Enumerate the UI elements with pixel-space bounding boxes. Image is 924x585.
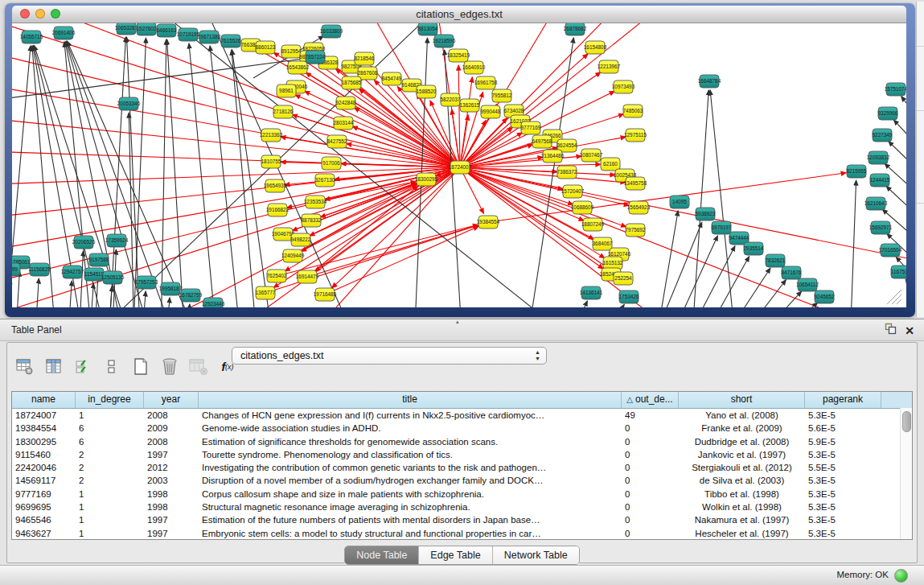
graph-node-8912954[interactable]: 8912954 — [281, 45, 302, 58]
black-edge[interactable] — [567, 301, 587, 307]
black-edge[interactable] — [89, 283, 93, 307]
graph-node-18300295[interactable]: 18300295 — [415, 173, 438, 186]
tab-edge-table[interactable]: Edge Table — [419, 546, 492, 564]
black-edge[interactable] — [67, 41, 177, 307]
graph-node-11156829[interactable]: 11156829 — [28, 263, 51, 276]
graph-node-1362615[interactable]: 1362615 — [460, 99, 480, 112]
graph-node-15654923[interactable]: 15654923 — [627, 201, 651, 214]
graph-node-16914479[interactable]: 16914479 — [296, 270, 319, 283]
graph-node-8471676[interactable]: 8471676 — [782, 266, 802, 279]
graph-node-12353534[interactable]: 12353534 — [304, 196, 327, 208]
graph-node-1527602[interactable]: 1527602 — [137, 23, 157, 35]
graph-node-7485063[interactable]: 7485063 — [623, 105, 643, 117]
black-edge[interactable] — [35, 278, 39, 307]
graph-node-917006[interactable]: 917006 — [322, 157, 341, 170]
merge-rows-icon[interactable] — [102, 357, 121, 377]
graph-node-16961758[interactable]: 16961758 — [474, 76, 498, 89]
resize-grip-icon[interactable] — [897, 299, 901, 304]
graph-node-12505135[interactable]: 12505135 — [101, 271, 125, 284]
graph-node-10807467[interactable]: 10807467 — [580, 149, 603, 162]
black-edge[interactable] — [127, 37, 141, 307]
graph-node-9990448[interactable]: 9990448 — [481, 105, 501, 118]
graph-node-14095[interactable]: 14095 — [670, 196, 689, 208]
column-header-year[interactable]: year — [144, 392, 199, 408]
black-edge[interactable] — [108, 286, 112, 307]
black-edge[interactable] — [68, 281, 72, 307]
table-row[interactable]: 1938455462009Genome-wide association stu… — [12, 422, 912, 435]
graph-node-7857224[interactable]: 7857224 — [306, 51, 326, 64]
black-edge[interactable] — [768, 303, 818, 307]
minimize-window-icon[interactable] — [35, 9, 45, 19]
graph-node-1244415[interactable]: 1244415 — [870, 174, 890, 187]
new-table-icon[interactable] — [131, 357, 150, 377]
graph-node-9242848[interactable]: 9242848 — [336, 97, 356, 109]
graph-node-12975115[interactable]: 12975115 — [624, 129, 647, 142]
graph-node-8860123[interactable]: 8860123 — [256, 41, 276, 54]
graph-node-3267130[interactable]: 3267130 — [315, 174, 335, 187]
graph-node-18807249[interactable]: 18807249 — [581, 218, 605, 231]
close-window-icon[interactable] — [20, 9, 30, 19]
graph-node-1875685[interactable]: 1875685 — [342, 76, 362, 89]
graph-node-15751074[interactable]: 15751074 — [885, 83, 906, 96]
graph-node-1753426[interactable]: 1753426 — [619, 290, 639, 303]
red-edge[interactable] — [295, 95, 460, 167]
graph-node-7832621[interactable]: 7832621 — [766, 254, 786, 267]
graph-node-8215955[interactable]: 8215955 — [847, 165, 867, 178]
graph-node-62160[interactable]: 62160 — [601, 158, 620, 171]
graph-node-12942757[interactable]: 12942757 — [61, 266, 84, 278]
graph-node-8218546[interactable]: 8218546 — [355, 52, 375, 65]
table-row[interactable]: 911546021997Tourette syndrome. Phenomeno… — [12, 448, 912, 461]
row-select-icon[interactable] — [73, 357, 92, 377]
black-edge[interactable] — [906, 279, 906, 307]
graph-node-20206526[interactable]: 20206526 — [72, 236, 96, 249]
graph-node-12093832[interactable]: 12093832 — [867, 151, 890, 164]
column-header-short[interactable]: short — [679, 392, 805, 408]
black-edge[interactable] — [667, 236, 717, 307]
graph-node-98961[interactable]: 98961 — [277, 84, 296, 97]
graph-node-21364486[interactable]: 21364486 — [541, 150, 565, 163]
network-window-titlebar[interactable]: citations_edges.txt — [12, 6, 906, 23]
graph-node-10654112[interactable]: 10654112 — [796, 278, 819, 291]
black-edge[interactable] — [186, 304, 190, 307]
table-row[interactable]: 1872400712008Changes of HCN gene express… — [12, 409, 912, 422]
graph-node-16782759[interactable]: 16782759 — [179, 289, 203, 302]
graph-node-16640910[interactable]: 16640910 — [462, 61, 486, 74]
graph-node-18724007[interactable]: 18724007 — [449, 161, 472, 174]
black-edge[interactable] — [445, 50, 462, 307]
graph-node-19166822[interactable]: 19166822 — [266, 204, 290, 216]
black-edge[interactable] — [885, 163, 906, 211]
table-row[interactable]: 2242004622012Investigating the contribut… — [12, 461, 912, 474]
graph-node-39199[interactable]: 39199 — [12, 263, 20, 276]
graph-node-5938923[interactable]: 5938923 — [696, 208, 716, 220]
table-row[interactable]: 946554611997Estimation of the future num… — [12, 513, 912, 526]
black-edge[interactable] — [651, 222, 702, 307]
graph-node-10719195[interactable]: 10719195 — [177, 28, 200, 41]
red-edge[interactable] — [12, 96, 460, 167]
graph-node-6497568[interactable]: 6497568 — [532, 135, 552, 148]
table-vertical-scrollbar[interactable] — [900, 408, 912, 539]
graph-node-15692971[interactable]: 15692971 — [869, 221, 893, 234]
red-edge[interactable] — [458, 65, 460, 167]
graph-node-20053346[interactable]: 20053346 — [117, 97, 141, 110]
splitter-handle-icon[interactable]: ▴ — [456, 319, 459, 325]
graph-node-8427552[interactable]: 8427552 — [327, 135, 347, 148]
black-edge[interactable] — [599, 304, 624, 307]
column-header-pagerank[interactable]: pagerank — [805, 392, 881, 408]
graph-node-20691406[interactable]: 20691406 — [52, 27, 76, 39]
graph-node-7975692[interactable]: 7975692 — [626, 224, 646, 237]
memory-status-icon[interactable] — [894, 569, 908, 583]
graph-node-17016504[interactable]: 17016504 — [879, 244, 902, 257]
black-edge[interactable] — [232, 50, 273, 307]
graph-node-5822037[interactable]: 5822037 — [441, 93, 461, 106]
graph-node-7625402[interactable]: 7625402 — [267, 270, 287, 282]
graph-node-8454749[interactable]: 8454749 — [382, 72, 402, 85]
graph-node-10688609[interactable]: 10688609 — [571, 201, 594, 214]
float-panel-icon[interactable] — [885, 323, 897, 338]
red-edge[interactable] — [488, 173, 846, 222]
table-row[interactable]: 969969511998Structural magnetic resonanc… — [12, 501, 912, 513]
graph-node-16648784[interactable]: 16648784 — [698, 75, 721, 88]
network-canvas[interactable]: 1872400718300295193845547663822886012389… — [12, 23, 906, 307]
black-edge[interactable] — [414, 38, 428, 307]
graph-node-12213363[interactable]: 12213363 — [260, 129, 283, 142]
black-edge[interactable] — [109, 37, 125, 307]
